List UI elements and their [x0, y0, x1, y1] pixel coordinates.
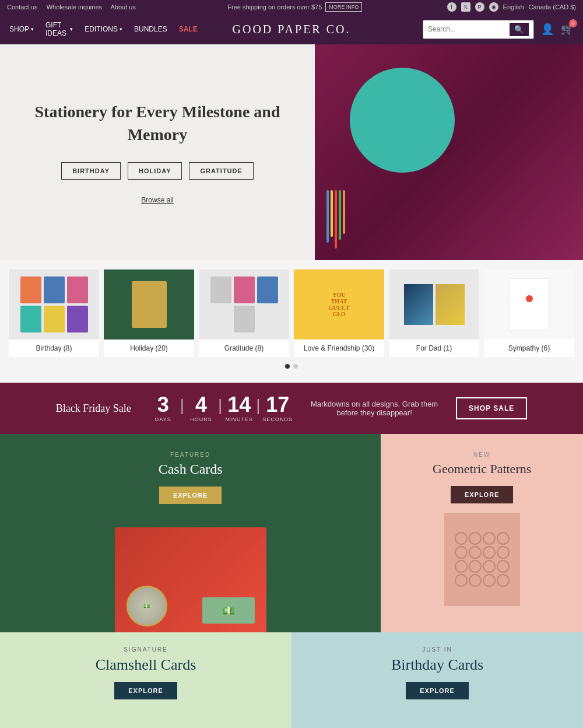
hours-label: HOURS	[187, 416, 216, 422]
birthday-cards-explore[interactable]: EXPLORE	[406, 682, 469, 699]
nav-sale[interactable]: SALE	[179, 25, 198, 33]
clamshell-section: SIGNATURE Clamshell Cards EXPLORE	[0, 632, 292, 728]
cart-badge: 0	[569, 19, 577, 27]
countdown-seconds: 17 SECONDS	[263, 394, 293, 422]
category-gratitude[interactable]: Gratitude (8)	[199, 270, 289, 357]
geo-circles-grid	[450, 527, 514, 592]
minutes-number: 14	[224, 394, 254, 415]
category-dad[interactable]: For Dad (1)	[389, 270, 479, 357]
hero-section: Stationery for Every Milestone and Memor…	[0, 44, 583, 260]
more-info-button[interactable]: MORE INFO	[325, 2, 362, 12]
browse-all-link[interactable]: Browse all	[141, 196, 173, 204]
seconds-number: 17	[263, 394, 293, 415]
shipping-notice: Free shipping on orders over $75 MORE IN…	[227, 2, 362, 12]
birthday-image	[9, 270, 99, 340]
category-grid: Birthday (8) Holiday (20) Gratitude (8) …	[5, 270, 578, 357]
editions-chevron: ▾	[120, 26, 122, 32]
days-number: 3	[149, 394, 178, 415]
teal-circle-decoration	[350, 68, 455, 173]
hours-number: 4	[187, 394, 216, 415]
birthday-cards-preview	[9, 276, 99, 332]
dot-2[interactable]	[293, 364, 298, 369]
instagram-icon[interactable]: ◉	[489, 2, 498, 12]
nav-left: SHOP ▾ GIFT IDEAS ▾ EDITIONS ▾ BUNDLES S…	[9, 21, 198, 37]
birthday-button[interactable]: BIRTHDAY	[61, 162, 121, 180]
holiday-image	[104, 270, 194, 340]
top-bar-right: f 𝕏 P ◉ English Canada (CAD $)	[447, 2, 576, 12]
countdown-minutes: 14 MINUTES	[224, 394, 254, 422]
carousel-dots	[5, 364, 578, 369]
dad-image	[389, 270, 479, 340]
category-holiday-label: Holiday (20)	[104, 340, 194, 357]
birthday-cards-section: JUST IN Birthday Cards EXPLORE	[292, 632, 583, 728]
dollar-bill: 💵	[202, 597, 255, 624]
seconds-label: SECONDS	[263, 416, 293, 422]
featured-row: FEATURED Cash Cards EXPLORE 💵 💵 NEW Geom…	[0, 434, 583, 632]
language-selector[interactable]: English	[503, 4, 524, 10]
clamshell-explore[interactable]: EXPLORE	[114, 682, 177, 699]
wholesale-link[interactable]: Wholesale inquiries	[47, 4, 102, 10]
hero-image	[315, 44, 583, 260]
twitter-icon[interactable]: 𝕏	[461, 2, 470, 12]
bottom-sections: SIGNATURE Clamshell Cards EXPLORE JUST I…	[0, 632, 583, 728]
hero-right	[315, 44, 583, 260]
hero-buttons: BIRTHDAY HOLIDAY GRATITUDE	[61, 162, 254, 180]
sep-3: |	[254, 396, 262, 415]
nav-gift-ideas[interactable]: GIFT IDEAS ▾	[45, 21, 73, 37]
shop-sale-button[interactable]: SHOP SALE	[456, 397, 527, 419]
love-image: YOUTHATGUCCTGLO	[294, 270, 384, 340]
search-box[interactable]: 🔍	[423, 20, 534, 39]
category-birthday[interactable]: Birthday (8)	[9, 270, 99, 357]
pinterest-icon[interactable]: P	[475, 2, 484, 12]
birthday-cards-label: JUST IN	[422, 646, 452, 653]
cash-cards-title: Cash Cards	[159, 461, 223, 477]
gratitude-button[interactable]: GRATITUDE	[189, 162, 253, 180]
category-section: Birthday (8) Holiday (20) Gratitude (8) …	[0, 260, 583, 383]
sep-1: |	[178, 396, 187, 415]
cash-cards-explore[interactable]: EXPLORE	[159, 487, 222, 504]
holiday-button[interactable]: HOLIDAY	[128, 162, 182, 180]
account-icon[interactable]: 👤	[541, 23, 554, 36]
cash-cards-label: FEATURED	[170, 452, 210, 458]
dot-1[interactable]	[285, 364, 290, 369]
hero-left: Stationery for Every Milestone and Memor…	[0, 44, 315, 260]
category-love[interactable]: YOUTHATGUCCTGLO Love & Friendship (30)	[294, 270, 384, 357]
clamshell-title: Clamshell Cards	[96, 656, 196, 674]
nav-shop[interactable]: SHOP ▾	[9, 25, 34, 33]
cart-wrapper[interactable]: 🛒 0	[561, 23, 574, 36]
benjamin-circle: 💵	[127, 586, 167, 626]
category-holiday[interactable]: Holiday (20)	[104, 270, 194, 357]
days-label: DAYS	[149, 416, 178, 422]
contact-link[interactable]: Contact us	[7, 4, 38, 10]
sep-2: |	[216, 396, 224, 415]
site-logo[interactable]: GOOD PAPER CO.	[198, 23, 386, 36]
geometric-explore[interactable]: EXPLORE	[451, 486, 514, 503]
geometric-label: NEW	[473, 452, 490, 458]
currency-selector[interactable]: Canada (CAD $)	[529, 4, 576, 10]
shop-chevron: ▾	[31, 26, 34, 32]
birthday-cards-title: Birthday Cards	[391, 656, 483, 674]
pencils-decoration	[326, 190, 345, 249]
black-friday-description: Markdowns on all designs. Grab them befo…	[310, 400, 438, 417]
countdown-days: 3 DAYS	[149, 394, 178, 422]
about-link[interactable]: About us	[111, 4, 136, 10]
gratitude-image	[199, 270, 289, 340]
category-love-label: Love & Friendship (30)	[294, 340, 384, 357]
geometric-title: Geometric Patterns	[433, 461, 531, 477]
cash-cards-section: FEATURED Cash Cards EXPLORE 💵 💵	[0, 434, 381, 632]
category-dad-label: For Dad (1)	[389, 340, 479, 357]
sympathy-image	[484, 270, 574, 340]
top-bar: Contact us Wholesale inquiries About us …	[0, 0, 583, 14]
category-gratitude-label: Gratitude (8)	[199, 340, 289, 357]
shipping-text: Free shipping on orders over $75	[227, 4, 322, 10]
gift-ideas-chevron: ▾	[70, 26, 73, 32]
search-input[interactable]	[428, 25, 510, 33]
main-navigation: SHOP ▾ GIFT IDEAS ▾ EDITIONS ▾ BUNDLES S…	[0, 14, 583, 44]
category-sympathy-label: Sympathy (6)	[484, 340, 574, 357]
category-sympathy[interactable]: Sympathy (6)	[484, 270, 574, 357]
nav-editions[interactable]: EDITIONS ▾	[85, 25, 122, 33]
facebook-icon[interactable]: f	[447, 2, 456, 12]
nav-bundles[interactable]: BUNDLES	[134, 25, 167, 33]
countdown-hours: 4 HOURS	[187, 394, 216, 422]
search-button[interactable]: 🔍	[510, 23, 529, 36]
